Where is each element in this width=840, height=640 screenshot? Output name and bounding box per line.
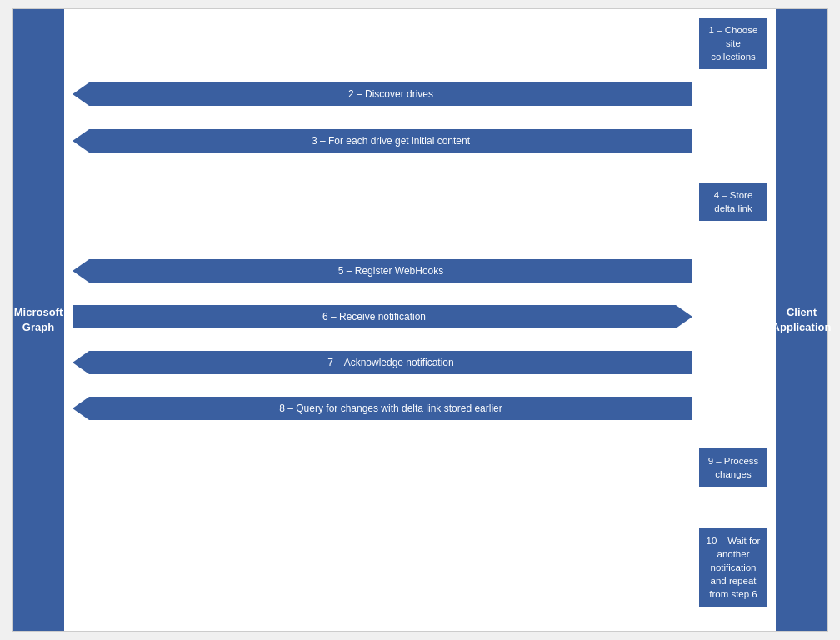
step6-arrow: 6 – Receive notification: [72, 305, 692, 328]
step10-box: 10 – Wait for another notification and r…: [699, 528, 768, 607]
step5-arrow: 5 – Register WebHooks: [72, 259, 692, 282]
left-column: MicrosoftGraph: [12, 9, 64, 631]
step4-box: 4 – Store delta link: [699, 182, 768, 221]
left-label: MicrosoftGraph: [14, 305, 63, 335]
step9-box: 9 – Process changes: [699, 448, 768, 487]
step3-arrow: 3 – For each drive get initial content: [72, 129, 692, 152]
right-label: ClientApplication: [772, 305, 832, 335]
step6-label: 6 – Receive notification: [322, 311, 426, 322]
step7-label: 7 – Acknowledge notification: [328, 357, 453, 368]
step8-arrow: 8 – Query for changes with delta link st…: [72, 397, 692, 420]
step7-arrow: 7 – Acknowledge notification: [72, 351, 692, 374]
step2-label: 2 – Discover drives: [348, 88, 433, 100]
right-column: ClientApplication: [776, 9, 828, 631]
diagram-container: MicrosoftGraph ClientApplication 1 – Cho…: [12, 8, 828, 632]
main-area: 1 – Choose site collections 2 – Discover…: [64, 9, 776, 631]
step2-arrow: 2 – Discover drives: [72, 82, 692, 106]
step3-label: 3 – For each drive get initial content: [312, 135, 470, 147]
step8-label: 8 – Query for changes with delta link st…: [279, 402, 502, 414]
step1-box: 1 – Choose site collections: [699, 18, 768, 69]
step5-label: 5 – Register WebHooks: [338, 265, 444, 277]
